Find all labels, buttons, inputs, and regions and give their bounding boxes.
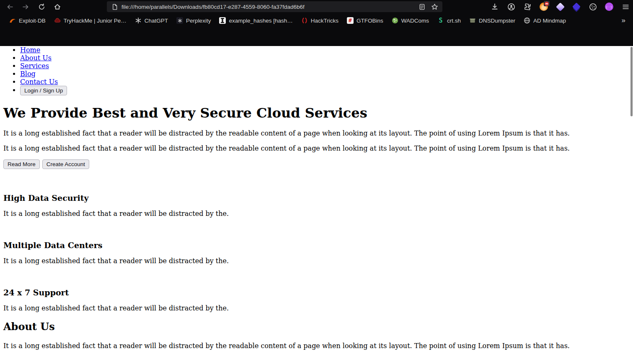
bookmark-example-hashes[interactable]: example_hashes [hash… [216, 15, 296, 26]
feature-text: It is a long established fact that a rea… [3, 304, 630, 313]
foxyproxy-icon [540, 3, 548, 11]
url-bar[interactable]: file:///home/parallels/Downloads/fb80cd1… [107, 1, 442, 12]
bookmark-chatgpt[interactable]: ChatGPT [132, 15, 171, 26]
cookie-editor-button[interactable] [588, 2, 598, 12]
create-account-button[interactable]: Create Account [42, 159, 89, 169]
nav-link-home[interactable]: Home [20, 46, 40, 54]
bookmark-crtsh[interactable]: S crt.sh [434, 15, 464, 26]
nav-item-about: About Us [20, 54, 630, 62]
extension-diamond-dark-button[interactable] [571, 2, 581, 12]
url-text[interactable]: file:///home/parallels/Downloads/fb80cd1… [121, 4, 419, 10]
proxy-disabled-badge [544, 1, 550, 6]
nav-item-home: Home [20, 46, 630, 54]
reader-mode-icon[interactable] [419, 4, 425, 10]
page-viewport: Home About Us Services Blog Contact Us L… [0, 46, 633, 364]
vertical-scrollbar-thumb[interactable] [630, 47, 633, 116]
reload-button[interactable] [35, 1, 48, 12]
wadcoms-icon [392, 17, 398, 24]
nav-link-contact[interactable]: Contact Us [20, 78, 58, 86]
hacktools-extension-button[interactable]: (··) [604, 2, 614, 12]
about-paragraph: It is a long established fact that a rea… [3, 342, 630, 350]
hero-paragraph-2: It is a long established fact that a rea… [3, 144, 630, 153]
diamond-stack-icon [572, 3, 581, 11]
puzzle-icon [524, 3, 531, 10]
chatgpt-icon [135, 17, 142, 24]
bookmarks-toolbar: Exploit-DB TryHackMe | Junior Pe… ChatGP… [0, 13, 633, 28]
bookmark-dnsdumpster[interactable]: DNSDumpster [466, 15, 519, 26]
account-icon [507, 3, 515, 11]
download-icon [491, 3, 499, 10]
site-nav-list: Home About Us Services Blog Contact Us L… [3, 46, 630, 95]
about-section: About Us It is a long established fact t… [3, 320, 630, 350]
login-signup-button[interactable]: Login / Sign Up [20, 86, 67, 95]
nav-item-contact: Contact Us [20, 78, 630, 86]
feature-24x7-support: 24 x 7 Support It is a long established … [3, 288, 630, 313]
forward-icon [22, 3, 29, 10]
hero-title: We Provide Best and Very Secure Cloud Se… [3, 105, 630, 121]
feature-title: 24 x 7 Support [3, 288, 630, 297]
bookmark-perplexity[interactable]: Perplexity [173, 15, 214, 26]
bookmark-hacktricks[interactable]: HackTricks [298, 15, 342, 26]
foxyproxy-extension-button[interactable] [539, 2, 549, 12]
hamburger-icon [622, 3, 629, 10]
feature-text: It is a long established fact that a rea… [3, 257, 630, 265]
hero-paragraph-1: It is a long established fact that a rea… [3, 129, 630, 138]
globe-icon [524, 17, 530, 24]
nav-item-login: Login / Sign Up [20, 86, 630, 95]
hacktricks-icon [301, 17, 308, 24]
menu-button[interactable] [620, 2, 630, 12]
bookmark-tryhackme[interactable]: TryHackMe | Junior Pe… [51, 15, 130, 26]
nav-item-services: Services [20, 62, 630, 70]
tryhackme-icon [54, 17, 61, 24]
crtsh-icon: S [437, 17, 444, 24]
home-icon [54, 3, 61, 10]
bookmarks-overflow-button[interactable]: » [618, 15, 629, 26]
page-file-icon [112, 4, 118, 10]
gtfobins-icon: # [347, 17, 354, 24]
browser-chrome: file:///home/parallels/Downloads/fb80cd1… [0, 0, 633, 28]
nav-link-about[interactable]: About Us [20, 54, 52, 62]
downloads-button[interactable] [490, 2, 500, 12]
nav-link-blog[interactable]: Blog [20, 70, 36, 78]
bookmark-exploit-db[interactable]: Exploit-DB [6, 15, 49, 26]
extensions-button[interactable] [522, 2, 532, 12]
home-button[interactable] [51, 1, 64, 12]
reload-icon [38, 3, 45, 10]
perplexity-icon [176, 17, 183, 24]
feature-high-data-security: High Data Security It is a long establis… [3, 193, 630, 218]
back-icon [6, 3, 13, 10]
purple-circle-icon: (··) [605, 3, 613, 11]
cookie-icon [589, 3, 597, 11]
bookmark-wadcoms[interactable]: WADComs [388, 15, 432, 26]
bookmark-gtfobins[interactable]: # GTFOBins [344, 15, 387, 26]
feature-text: It is a long established fact that a rea… [3, 210, 630, 218]
feature-title: High Data Security [3, 193, 630, 203]
bookmark-ad-mindmap[interactable]: AD Mindmap [520, 15, 569, 26]
hashcat-icon [219, 17, 226, 24]
forward-button[interactable] [19, 1, 32, 12]
dnsdumpster-icon [469, 17, 476, 24]
read-more-button[interactable]: Read More [3, 159, 40, 169]
double-chevron-icon: » [622, 16, 625, 24]
diamond-gradient-icon [555, 2, 564, 11]
exploit-db-icon [9, 17, 16, 24]
nav-item-blog: Blog [20, 70, 630, 78]
about-title: About Us [3, 320, 630, 333]
navigation-toolbar: file:///home/parallels/Downloads/fb80cd1… [0, 0, 633, 13]
feature-multiple-data-centers: Multiple Data Centers It is a long estab… [3, 241, 630, 265]
bookmark-star-icon[interactable] [431, 3, 438, 10]
extension-diamond-light-button[interactable] [555, 2, 565, 12]
hero-button-row: Read More Create Account [3, 159, 630, 169]
account-button[interactable] [506, 2, 516, 12]
back-button[interactable] [3, 1, 16, 12]
feature-title: Multiple Data Centers [3, 241, 630, 250]
nav-link-services[interactable]: Services [20, 62, 49, 70]
